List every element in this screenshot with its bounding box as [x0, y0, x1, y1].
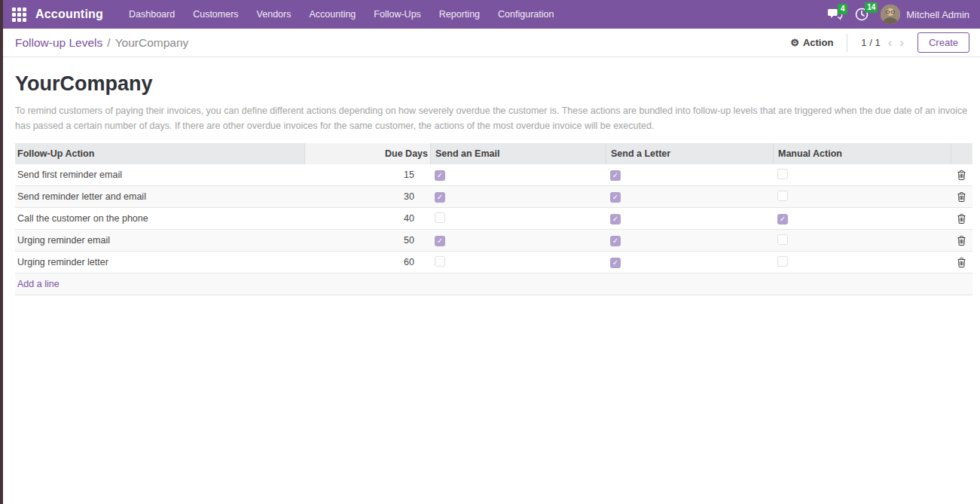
- table-row[interactable]: Send reminder letter and email30✓✓: [15, 186, 972, 208]
- nav-item-dashboard[interactable]: Dashboard: [120, 0, 184, 29]
- header-follow-up-action[interactable]: Follow-Up Action: [15, 143, 304, 164]
- pager-previous-icon[interactable]: ‹: [888, 36, 893, 49]
- apps-grid-icon[interactable]: [12, 8, 26, 22]
- user-name: Mitchell Admin: [906, 9, 969, 20]
- due-days-cell[interactable]: 50: [304, 235, 430, 246]
- follow-up-action-cell[interactable]: Send first reminder email: [15, 170, 304, 180]
- nav-item-accounting[interactable]: Accounting: [300, 0, 365, 29]
- breadcrumb-current: YourCompany: [115, 36, 189, 50]
- trash-icon: [957, 258, 966, 267]
- add-line-row: Add a line: [15, 273, 972, 295]
- send-email-checkbox[interactable]: [435, 256, 445, 267]
- due-days-cell[interactable]: 30: [304, 191, 430, 202]
- delete-row-button[interactable]: [957, 192, 966, 202]
- header-manual-action[interactable]: Manual Action: [773, 143, 951, 164]
- manual-action-checkbox[interactable]: [777, 191, 788, 201]
- due-days-cell[interactable]: 15: [304, 170, 430, 180]
- manual-action-checkbox[interactable]: [777, 234, 788, 245]
- page-description: To remind customers of paying their invo…: [15, 103, 969, 133]
- send-letter-checkbox[interactable]: ✓: [610, 258, 621, 268]
- top-navbar: Accounting Dashboard Customers Vendors A…: [3, 0, 980, 29]
- breadcrumb-followup-levels[interactable]: Follow-up Levels: [15, 36, 102, 50]
- send-letter-checkbox[interactable]: ✓: [610, 214, 621, 225]
- table-header-row: Follow-Up Action Due Days Send an Email …: [15, 143, 972, 164]
- header-send-a-letter[interactable]: Send a Letter: [606, 143, 773, 164]
- delete-row-button[interactable]: [957, 170, 966, 180]
- form-sheet: YourCompany To remind customers of payin…: [3, 72, 980, 295]
- breadcrumb-separator: /: [107, 36, 110, 50]
- manual-action-checkbox[interactable]: ✓: [777, 214, 788, 225]
- messages-button[interactable]: 4: [828, 9, 843, 20]
- user-menu[interactable]: Mitchell Admin: [881, 5, 969, 24]
- pager-value: 1 / 1: [861, 37, 880, 48]
- header-delete-column: [951, 143, 972, 164]
- nav-item-vendors[interactable]: Vendors: [248, 0, 301, 29]
- due-days-cell[interactable]: 60: [304, 257, 430, 267]
- delete-row-button[interactable]: [957, 258, 966, 267]
- nav-item-follow-ups[interactable]: Follow-Ups: [365, 0, 430, 29]
- send-email-checkbox[interactable]: ✓: [435, 236, 445, 246]
- table-row[interactable]: Call the customer on the phone40✓✓: [15, 208, 972, 230]
- trash-icon: [957, 170, 966, 180]
- header-due-days[interactable]: Due Days: [304, 143, 430, 164]
- follow-up-action-cell[interactable]: Urging reminder letter: [15, 257, 304, 267]
- divider: [847, 34, 847, 52]
- nav-item-customers[interactable]: Customers: [184, 0, 247, 29]
- trash-icon: [957, 192, 966, 202]
- nav-item-reporting[interactable]: Reporting: [430, 0, 489, 29]
- send-letter-checkbox[interactable]: ✓: [610, 192, 621, 203]
- app-brand[interactable]: Accounting: [35, 8, 103, 21]
- header-send-an-email[interactable]: Send an Email: [430, 143, 606, 164]
- send-letter-checkbox[interactable]: ✓: [610, 170, 621, 181]
- followup-table-body: Send first reminder email15✓✓Send remind…: [15, 164, 972, 273]
- add-a-line-link[interactable]: Add a line: [15, 279, 972, 289]
- followup-levels-table: Follow-Up Action Due Days Send an Email …: [15, 143, 972, 295]
- table-row[interactable]: Urging reminder email50✓✓: [15, 230, 972, 252]
- send-email-checkbox[interactable]: [435, 212, 445, 223]
- due-days-cell[interactable]: 40: [304, 213, 430, 224]
- gear-icon: ⚙: [790, 37, 799, 48]
- send-letter-checkbox[interactable]: ✓: [610, 236, 621, 246]
- manual-action-checkbox[interactable]: [777, 169, 788, 179]
- manual-action-checkbox[interactable]: [777, 256, 788, 267]
- trash-icon: [957, 214, 966, 224]
- send-email-checkbox[interactable]: ✓: [435, 192, 445, 203]
- activities-button[interactable]: 14: [855, 8, 869, 21]
- send-email-checkbox[interactable]: ✓: [435, 170, 445, 181]
- delete-row-button[interactable]: [957, 214, 966, 224]
- trash-icon: [957, 236, 966, 246]
- avatar: [881, 5, 900, 24]
- table-row[interactable]: Send first reminder email15✓✓: [15, 164, 972, 186]
- nav-menu: Dashboard Customers Vendors Accounting F…: [120, 0, 563, 29]
- action-menu-button[interactable]: ⚙ Action: [790, 37, 833, 48]
- messages-badge: 4: [838, 4, 847, 14]
- create-button[interactable]: Create: [917, 32, 969, 53]
- activities-badge: 14: [865, 2, 878, 13]
- pager-next-icon[interactable]: ›: [899, 36, 904, 49]
- page-title: YourCompany: [15, 72, 969, 96]
- follow-up-action-cell[interactable]: Send reminder letter and email: [15, 191, 304, 202]
- control-panel: Follow-up Levels / YourCompany ⚙ Action …: [3, 29, 980, 57]
- breadcrumb: Follow-up Levels / YourCompany: [15, 36, 188, 50]
- follow-up-action-cell[interactable]: Urging reminder email: [15, 235, 304, 246]
- nav-item-configuration[interactable]: Configuration: [489, 0, 563, 29]
- table-row[interactable]: Urging reminder letter60✓: [15, 252, 972, 273]
- follow-up-action-cell[interactable]: Call the customer on the phone: [15, 213, 304, 224]
- delete-row-button[interactable]: [957, 236, 966, 246]
